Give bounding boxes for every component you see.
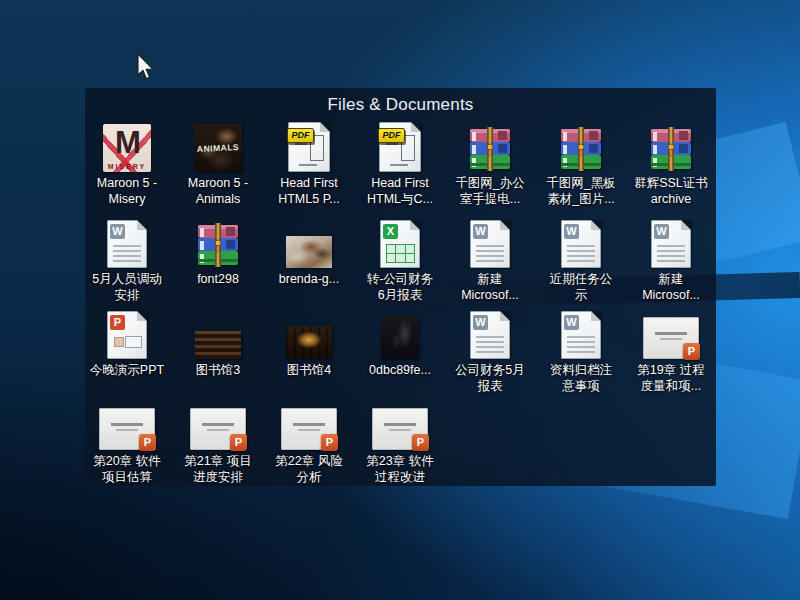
desktop-item-label: font298 [197,271,239,287]
word-file-icon: W [651,220,691,268]
icon-detail [113,260,141,262]
icon-detail [498,144,507,153]
icon-detail [111,423,143,426]
icon-detail [125,336,142,348]
album-art-icon: ANIMALS [194,124,242,172]
desktop-item[interactable]: font298 [173,214,263,287]
icon-detail [406,245,414,253]
icon-detail [589,144,598,153]
icon-detail [670,150,672,156]
icon-detail [567,336,595,356]
desktop-item-label: 图书馆3 [196,362,240,378]
word-file-icon: W [561,311,601,359]
image-thumbnail-icon [381,315,419,359]
icon-detail: W [654,224,669,239]
desktop-item[interactable]: W新建 Microsof... [445,214,535,303]
icon-detail: P [412,434,429,451]
icon-detail [476,250,504,252]
desktop-item-label: 第19章 过程 度量和项... [637,362,704,394]
desktop-item[interactable]: 图书馆3 [173,305,263,378]
icon-detail: P [139,434,156,451]
icon-detail: PDF [378,128,405,143]
icon-detail [396,245,404,253]
desktop-item[interactable]: brenda-g... [264,214,354,287]
icon-detail [567,245,595,265]
icon-detail [655,332,687,335]
icon-detail [657,245,685,265]
icon-detail [476,346,504,348]
desktop-item[interactable]: W近期任务公 示 [536,214,626,303]
desktop-item[interactable]: W公司财务5月 报表 [445,305,535,394]
icon-detail [591,311,601,321]
icon-detail [563,132,567,141]
icon-detail [567,346,595,348]
icon-detail [657,255,685,257]
desktop-item[interactable]: P第22章 风险 分析 [264,396,354,485]
desktop-item[interactable]: X转-公司财务 6月报表 [355,214,445,303]
desktop-item-label: 5月人员调动 安排 [92,271,161,303]
desktop-item[interactable]: 0dbc89fe... [355,305,445,378]
desktop-item[interactable]: P第19章 过程 度量和项... [626,305,716,394]
icon-detail [567,336,595,338]
desktop-item[interactable]: 千图网_黑板 素材_图片... [536,118,626,207]
desktop-item[interactable]: W5月人员调动 安排 [82,214,172,303]
desktop-item-label: 今晚演示PPT [90,362,164,378]
desktop-item-label: 群辉SSL证书 archive [634,175,708,207]
excel-file-icon: X [380,220,420,268]
desktop-item[interactable]: W新建 Microsof... [626,214,716,303]
icon-detail [657,260,685,262]
icon-detail: MISERY [103,163,151,170]
desktop-item-label: 千图网_办公 室手提电... [455,175,524,207]
icon-detail [396,254,404,262]
icon-detail: PDF [287,128,314,143]
desktop-item[interactable]: PDFHead First HTML5 P... [264,118,354,207]
word-file-icon: W [470,220,510,268]
desktop-item[interactable]: ANIMALSMaroon 5 - Animals [173,118,263,207]
icon-detail: W [110,224,125,239]
winrar-archive-icon [467,126,513,172]
desktop-item[interactable]: W资料归档注 意事项 [536,305,626,394]
desktop-item-label: 公司财务5月 报表 [455,362,524,394]
icon-detail [387,245,395,253]
icon-detail: W [473,224,488,239]
icon-detail [567,341,595,343]
icon-detail [653,132,657,141]
icon-detail [567,245,595,247]
desktop-item[interactable]: 群辉SSL证书 archive [626,118,716,207]
powerpoint-slide-thumbnail-icon: P [99,408,155,450]
desktop-item-label: 第23章 软件 过程改进 [366,453,433,485]
desktop-item[interactable]: P第21章 项目 进度安排 [173,396,263,485]
winrar-archive-icon [195,222,241,268]
icon-detail [406,254,414,262]
desktop-item-label: 第21章 项目 进度安排 [184,453,251,485]
icon-detail [591,220,601,230]
desktop-item-label: Maroon 5 - Misery [97,175,157,207]
desktop-item[interactable]: P今晚演示PPT [82,305,172,378]
icon-detail [476,245,504,265]
icon-detail [226,227,235,236]
powerpoint-slide-thumbnail-icon: P [643,317,699,359]
icon-detail: W [473,315,488,330]
desktop-item[interactable]: P第20章 软件 项目估算 [82,396,172,485]
icon-detail [202,423,234,426]
icon-detail [563,145,567,154]
image-thumbnail-icon [195,331,241,359]
icon-detail: P [110,315,125,330]
icon-detail [580,150,582,156]
desktop-item[interactable]: P第23章 软件 过程改进 [355,396,445,485]
desktop-item[interactable]: MMISERYMaroon 5 - Misery [82,118,172,207]
icon-detail: W [564,224,579,239]
desktop-item[interactable]: 千图网_办公 室手提电... [445,118,535,207]
icon-detail [489,150,491,156]
desktop-item[interactable]: 图书馆4 [264,305,354,378]
winrar-archive-icon [648,126,694,172]
desktop-item[interactable]: PDFHead First HTML与C... [355,118,445,207]
icon-detail: P [230,434,247,451]
icon-detail [410,220,420,230]
icon-detail [668,144,674,150]
desktop-item-label: 0dbc89fe... [369,362,431,378]
icon-detail [476,245,504,247]
winrar-archive-icon [558,126,604,172]
icon-detail [295,143,307,145]
icon-detail [657,250,685,252]
